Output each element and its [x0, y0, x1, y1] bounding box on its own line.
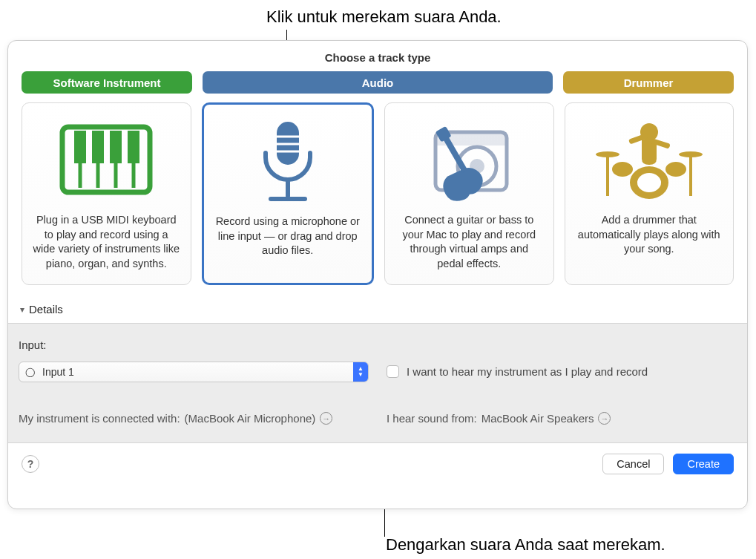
monitoring-label: I want to hear my instrument as I play a…	[407, 365, 648, 378]
callout-bottom-text: Dengarkan suara Anda saat merekam.	[386, 535, 665, 555]
input-value: Input 1	[42, 366, 74, 378]
arrow-right-circle-icon[interactable]: →	[598, 412, 611, 425]
cancel-button[interactable]: Cancel	[602, 454, 664, 474]
card-mic-desc: Record using a microphone or line input …	[214, 215, 362, 258]
microphone-icon	[214, 117, 362, 206]
card-audio-guitar[interactable]: Connect a guitar or bass to your Mac to …	[384, 102, 554, 285]
popup-arrows-icon[interactable]: ▲▼	[353, 362, 368, 382]
details-label: Details	[29, 303, 63, 316]
create-button[interactable]: Create	[673, 454, 734, 474]
drummer-icon	[576, 115, 723, 204]
output-label: I hear sound from:	[387, 412, 477, 425]
output-value: MacBook Air Speakers	[481, 412, 594, 425]
piano-icon	[33, 115, 180, 204]
details-disclosure[interactable]: ▾ Details	[8, 298, 747, 323]
dialog-title: Choose a track type	[8, 41, 747, 71]
output-connection-row: I hear sound from: MacBook Air Speakers …	[387, 412, 737, 425]
input-popup[interactable]: ◯ Input 1 ▲▼	[19, 362, 369, 382]
card-software-desc: Plug in a USB MIDI keyboard to play and …	[33, 213, 180, 271]
svg-rect-5	[74, 131, 86, 163]
input-label: Input:	[19, 339, 369, 351]
input-channel-icon: ◯	[25, 367, 35, 377]
instrument-connection-row: My instrument is connected with: (MacBoo…	[19, 412, 369, 425]
monitoring-checkbox[interactable]	[387, 365, 399, 378]
svg-rect-8	[128, 131, 139, 163]
dialog-footer: ? Cancel Create	[8, 443, 747, 485]
tab-software-instrument[interactable]: Software Instrument	[22, 71, 192, 94]
monitoring-checkbox-row[interactable]: I want to hear my instrument as I play a…	[387, 360, 737, 382]
guitar-amp-icon	[395, 115, 543, 204]
help-button[interactable]: ?	[22, 455, 39, 473]
track-type-tabs: Software Instrument Audio Drummer	[8, 71, 747, 94]
callout-top-text: Klik untuk merekam suara Anda.	[266, 7, 741, 27]
details-panel: Input: ◯ Input 1 ▲▼ I want to hear my in…	[8, 323, 747, 443]
connected-label: My instrument is connected with:	[19, 412, 180, 425]
card-drummer-desc: Add a drummer that automatically plays a…	[576, 213, 723, 257]
tab-audio[interactable]: Audio	[203, 71, 553, 94]
track-type-dialog: Choose a track type Software Instrument …	[7, 40, 748, 509]
card-drummer[interactable]: Add a drummer that automatically plays a…	[565, 102, 734, 285]
card-guitar-desc: Connect a guitar or bass to your Mac to …	[395, 213, 543, 271]
track-type-cards: Plug in a USB MIDI keyboard to play and …	[8, 94, 747, 298]
card-audio-microphone[interactable]: Record using a microphone or line input …	[202, 102, 375, 285]
card-software-instrument[interactable]: Plug in a USB MIDI keyboard to play and …	[22, 102, 191, 285]
chevron-down-icon: ▾	[20, 304, 24, 315]
svg-point-27	[612, 162, 633, 177]
arrow-right-circle-icon[interactable]: →	[320, 412, 332, 425]
svg-point-28	[665, 162, 686, 177]
connected-value: (MacBook Air Microphone)	[185, 412, 316, 425]
tab-drummer[interactable]: Drummer	[563, 71, 734, 94]
svg-rect-7	[110, 131, 122, 163]
svg-rect-6	[92, 131, 104, 163]
